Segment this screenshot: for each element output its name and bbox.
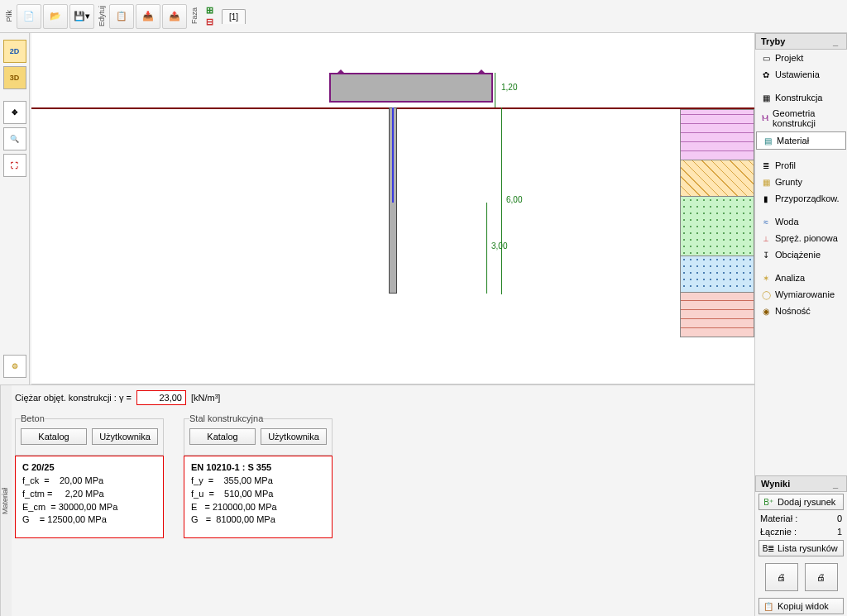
new-file-button[interactable]: 📄 (17, 4, 41, 29)
pile-core-line (392, 107, 394, 203)
mode-dimensioning-label: Wymiarowanie (775, 289, 835, 299)
concrete-group: Beton Katalog Użytkownika C 20/25 f_ck =… (15, 413, 164, 538)
zoom-fit-button[interactable]: ⛶ (3, 154, 26, 177)
paste-button[interactable]: 📥 (136, 4, 160, 29)
mode-settings-label: Ustawienia (775, 69, 820, 79)
drawing-list-button[interactable]: B≣Lista rysunków (758, 540, 844, 556)
concrete-user-button[interactable]: Użytkownika (92, 428, 158, 445)
unit-weight-row: Ciężar objęt. konstrukcji : γ = [kN/m³] (15, 390, 746, 405)
results-material-count: 0 (837, 513, 842, 523)
water-icon: ≈ (760, 216, 772, 227)
results-material-label: Materiał : (760, 513, 797, 523)
copy-view-label: Kopiuj widok (778, 601, 829, 611)
mode-project-label: Projekt (775, 53, 803, 63)
settings-gear-button[interactable]: ⚙ (3, 355, 26, 378)
profile-icon: ≣ (760, 160, 772, 171)
copy-view-icon: 📋 (763, 600, 774, 612)
mode-spring[interactable]: ⟂Spręż. pionowa (755, 230, 847, 246)
dimension-3: 3,00 (491, 241, 507, 251)
save-file-button[interactable]: 💾▾ (69, 4, 94, 29)
capacity-icon: ◉ (760, 305, 772, 317)
mode-capacity[interactable]: ◉Nośność (755, 303, 847, 319)
dimensioning-icon: ◯ (760, 289, 772, 300)
print-preview-button[interactable]: 🖨 (805, 563, 838, 591)
gear-icon: ✿ (760, 69, 772, 80)
mode-water[interactable]: ≈Woda (755, 213, 847, 230)
mode-analysis-label: Analiza (775, 273, 805, 283)
dimension-1: 1,20 (501, 83, 517, 92)
mode-profile-label: Profil (775, 160, 796, 170)
view-2d-button[interactable]: 2D (3, 40, 26, 63)
copy-button[interactable]: 📋 (109, 4, 134, 29)
concrete-data-box: C 20/25 f_ck = 20,00 MPa f_ctm = 2,20 MP… (15, 456, 164, 538)
mode-profile[interactable]: ≣Profil (755, 157, 847, 174)
project-icon: ▭ (760, 52, 772, 64)
soils-icon: ▦ (760, 176, 772, 188)
concrete-catalog-button[interactable]: Katalog (21, 428, 87, 445)
unit-weight-label: Ciężar objęt. konstrukcji : γ = (15, 393, 132, 403)
mode-soils[interactable]: ▦Grunty (755, 174, 847, 190)
load-icon: ↧ (760, 249, 772, 260)
material-tab-label: Materiał (0, 385, 12, 616)
soil-strata (680, 109, 754, 337)
add-drawing-label: Dodaj rysunek (778, 497, 835, 507)
add-drawing-button[interactable]: B⁺Dodaj rysunek (758, 494, 844, 510)
mode-geometry[interactable]: ⲘGeometria konstrukcji (755, 106, 847, 131)
print-button[interactable]: 🖨 (765, 563, 798, 591)
steel-title: EN 10210-1 : S 355 (191, 462, 271, 472)
printer-preview-icon: 🖨 (816, 572, 825, 582)
paste-special-button[interactable]: 📤 (162, 4, 187, 29)
mode-soils-label: Grunty (775, 177, 802, 187)
steel-values: f_y = 355,00 MPa f_u = 510,00 MPa E = 21… (191, 475, 277, 525)
soil-layer-2 (680, 160, 754, 197)
results-header-label: Wyniki (761, 479, 790, 489)
results-total-count: 1 (837, 527, 842, 537)
soil-layer-5 (680, 293, 754, 337)
results-header: Wyniki _ (755, 475, 847, 492)
drawing-list-label: Lista rysunków (778, 543, 838, 553)
dimension-2: 6,00 (506, 195, 522, 204)
steel-group: Stal konstrukcyjna Katalog Użytkownika E… (184, 413, 333, 538)
results-total-row: Łącznie :1 (755, 525, 847, 538)
zoom-select-button[interactable]: 🔍 (3, 127, 26, 150)
collapse-modes-button[interactable]: _ (833, 36, 841, 46)
steel-user-button[interactable]: Użytkownika (261, 428, 327, 445)
top-toolbar: Plik 📄 📂 💾▾ Edytuj 📋 📥 📤 Faza ⊞ ⊟ [1] (0, 0, 847, 33)
add-drawing-icon: B⁺ (763, 496, 774, 508)
printer-icon: 🖨 (777, 572, 786, 582)
dim-line-1 (495, 73, 495, 107)
material-panel: Materiał Ciężar objęt. konstrukcji : γ =… (0, 384, 754, 616)
mode-dimensioning[interactable]: ◯Wymiarowanie (755, 286, 847, 303)
results-material-row: Materiał :0 (755, 512, 847, 525)
model-canvas[interactable]: 1,20 6,00 3,00 (31, 33, 754, 384)
file-menu-label: Plik (3, 10, 15, 22)
mode-assign[interactable]: ▮Przyporządkow. (755, 190, 847, 207)
dim-line-2 (501, 107, 502, 294)
material-icon: ▤ (762, 135, 773, 146)
construction-icon: ▦ (760, 92, 772, 103)
mode-project[interactable]: ▭Projekt (755, 50, 847, 66)
steel-data-box: EN 10210-1 : S 355 f_y = 355,00 MPa f_u … (184, 456, 333, 538)
open-file-button[interactable]: 📂 (43, 4, 68, 29)
mode-settings[interactable]: ✿Ustawienia (755, 66, 847, 83)
drawing-list-icon: B≣ (763, 542, 774, 554)
mode-material-label: Materiał (777, 136, 809, 146)
concrete-title: C 20/25 (22, 462, 55, 472)
collapse-results-button[interactable]: _ (833, 479, 841, 489)
view-3d-button[interactable]: 3D (3, 66, 26, 89)
mode-analysis[interactable]: ✶Analiza (755, 270, 847, 286)
unit-weight-input[interactable] (136, 390, 186, 405)
edit-menu-label: Edytuj (96, 6, 108, 26)
mode-load[interactable]: ↧Obciążenie (755, 246, 847, 263)
mode-geometry-label: Geometria konstrukcji (773, 108, 842, 128)
steel-catalog-button[interactable]: Katalog (189, 428, 256, 445)
mode-material[interactable]: ▤Materiał (756, 131, 846, 150)
phase-tab-1[interactable]: [1] (222, 9, 246, 24)
copy-view-button[interactable]: 📋Kopiuj widok (758, 598, 844, 614)
add-phase-button[interactable]: ⊞ (202, 5, 217, 17)
results-total-label: Łącznie : (760, 527, 797, 537)
mode-construction[interactable]: ▦Konstrukcja (755, 89, 847, 106)
remove-phase-button[interactable]: ⊟ (202, 17, 217, 28)
soil-layer-3 (680, 197, 754, 256)
pan-tool-button[interactable]: ✥ (3, 101, 26, 124)
